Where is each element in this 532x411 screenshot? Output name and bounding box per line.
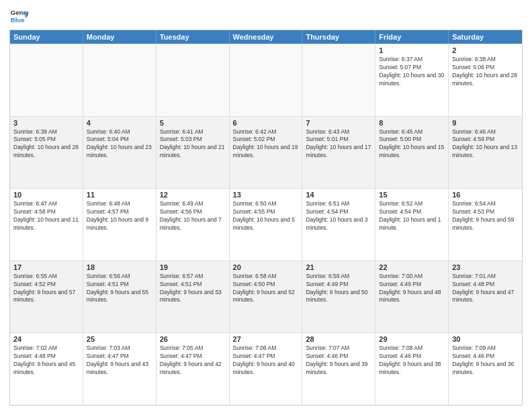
cal-cell — [10, 44, 83, 116]
header-day-sunday: Sunday — [10, 30, 83, 44]
cal-cell: 21Sunrise: 6:59 AM Sunset: 4:49 PM Dayli… — [302, 261, 375, 333]
cal-row-3: 17Sunrise: 6:55 AM Sunset: 4:52 PM Dayli… — [10, 261, 522, 333]
cell-info: Sunrise: 6:46 AM Sunset: 4:59 PM Dayligh… — [452, 128, 519, 161]
day-number: 27 — [233, 335, 299, 343]
header: General Blue — [9, 7, 523, 26]
day-number: 13 — [233, 191, 299, 199]
day-number: 1 — [379, 46, 445, 54]
cell-info: Sunrise: 6:41 AM Sunset: 5:03 PM Dayligh… — [160, 128, 226, 161]
day-number: 15 — [379, 191, 445, 199]
cal-cell: 26Sunrise: 7:05 AM Sunset: 4:47 PM Dayli… — [157, 333, 230, 405]
cell-info: Sunrise: 6:48 AM Sunset: 4:57 PM Dayligh… — [87, 200, 152, 232]
cell-info: Sunrise: 6:58 AM Sunset: 4:50 PM Dayligh… — [233, 273, 299, 305]
cell-info: Sunrise: 6:39 AM Sunset: 5:05 PM Dayligh… — [13, 128, 79, 161]
cal-row-1: 3Sunrise: 6:39 AM Sunset: 5:05 PM Daylig… — [10, 116, 522, 189]
cal-cell: 15Sunrise: 6:52 AM Sunset: 4:54 PM Dayli… — [375, 189, 449, 261]
day-number: 21 — [306, 263, 371, 271]
cal-cell: 16Sunrise: 6:54 AM Sunset: 4:53 PM Dayli… — [449, 189, 522, 261]
cell-info: Sunrise: 6:42 AM Sunset: 5:02 PM Dayligh… — [233, 128, 299, 161]
day-number: 26 — [160, 335, 226, 343]
cal-cell: 28Sunrise: 7:07 AM Sunset: 4:46 PM Dayli… — [302, 333, 375, 405]
day-number: 22 — [379, 263, 445, 271]
page: General Blue SundayMondayTuesdayWednesda… — [0, 0, 532, 411]
cal-cell: 19Sunrise: 6:57 AM Sunset: 4:51 PM Dayli… — [157, 261, 230, 333]
cal-cell: 30Sunrise: 7:09 AM Sunset: 4:46 PM Dayli… — [449, 333, 522, 405]
cal-cell: 5Sunrise: 6:41 AM Sunset: 5:03 PM Daylig… — [157, 117, 230, 189]
cell-info: Sunrise: 7:08 AM Sunset: 4:46 PM Dayligh… — [379, 345, 445, 377]
cal-cell: 13Sunrise: 6:50 AM Sunset: 4:55 PM Dayli… — [230, 189, 303, 261]
cal-cell: 10Sunrise: 6:47 AM Sunset: 4:58 PM Dayli… — [10, 189, 83, 261]
header-day-monday: Monday — [83, 30, 157, 44]
cal-cell: 11Sunrise: 6:48 AM Sunset: 4:57 PM Dayli… — [83, 189, 157, 261]
cell-info: Sunrise: 6:54 AM Sunset: 4:53 PM Dayligh… — [452, 200, 519, 232]
cell-info: Sunrise: 6:47 AM Sunset: 4:58 PM Dayligh… — [13, 200, 79, 232]
cell-info: Sunrise: 7:09 AM Sunset: 4:46 PM Dayligh… — [452, 345, 519, 377]
cal-row-2: 10Sunrise: 6:47 AM Sunset: 4:58 PM Dayli… — [10, 188, 522, 261]
cal-cell: 20Sunrise: 6:58 AM Sunset: 4:50 PM Dayli… — [230, 261, 303, 333]
day-number: 2 — [452, 46, 519, 54]
calendar: SundayMondayTuesdayWednesdayThursdayFrid… — [9, 30, 523, 406]
cal-cell: 2Sunrise: 6:38 AM Sunset: 5:06 PM Daylig… — [449, 44, 522, 116]
day-number: 7 — [306, 119, 371, 127]
cal-cell: 7Sunrise: 6:43 AM Sunset: 5:01 PM Daylig… — [302, 117, 375, 189]
cell-info: Sunrise: 6:51 AM Sunset: 4:54 PM Dayligh… — [306, 200, 371, 232]
cal-cell: 3Sunrise: 6:39 AM Sunset: 5:05 PM Daylig… — [10, 117, 83, 189]
day-number: 28 — [306, 335, 371, 343]
cal-cell — [157, 44, 230, 116]
cal-row-4: 24Sunrise: 7:02 AM Sunset: 4:48 PM Dayli… — [10, 332, 522, 405]
cal-cell: 1Sunrise: 6:37 AM Sunset: 5:07 PM Daylig… — [375, 44, 449, 116]
cell-info: Sunrise: 6:50 AM Sunset: 4:55 PM Dayligh… — [233, 200, 299, 232]
cal-cell: 27Sunrise: 7:06 AM Sunset: 4:47 PM Dayli… — [230, 333, 303, 405]
day-number: 17 — [13, 263, 79, 271]
day-number: 19 — [160, 263, 226, 271]
cal-cell: 23Sunrise: 7:01 AM Sunset: 4:48 PM Dayli… — [449, 261, 522, 333]
calendar-header: SundayMondayTuesdayWednesdayThursdayFrid… — [10, 30, 522, 44]
day-number: 29 — [379, 335, 445, 343]
cell-info: Sunrise: 7:03 AM Sunset: 4:47 PM Dayligh… — [87, 345, 152, 377]
day-number: 11 — [87, 191, 152, 199]
cal-cell: 29Sunrise: 7:08 AM Sunset: 4:46 PM Dayli… — [375, 333, 449, 405]
cal-cell: 14Sunrise: 6:51 AM Sunset: 4:54 PM Dayli… — [302, 189, 375, 261]
logo: General Blue — [9, 7, 28, 26]
cell-info: Sunrise: 6:56 AM Sunset: 4:51 PM Dayligh… — [87, 273, 152, 305]
day-number: 14 — [306, 191, 371, 199]
svg-text:Blue: Blue — [11, 16, 25, 24]
cell-info: Sunrise: 6:55 AM Sunset: 4:52 PM Dayligh… — [13, 273, 79, 305]
header-day-friday: Friday — [375, 30, 449, 44]
cal-cell: 17Sunrise: 6:55 AM Sunset: 4:52 PM Dayli… — [10, 261, 83, 333]
cell-info: Sunrise: 7:05 AM Sunset: 4:47 PM Dayligh… — [160, 345, 226, 377]
header-day-thursday: Thursday — [302, 30, 375, 44]
header-day-saturday: Saturday — [449, 30, 522, 44]
day-number: 3 — [13, 119, 79, 127]
day-number: 12 — [160, 191, 226, 199]
header-day-tuesday: Tuesday — [157, 30, 230, 44]
cal-row-0: 1Sunrise: 6:37 AM Sunset: 5:07 PM Daylig… — [10, 44, 522, 116]
cell-info: Sunrise: 7:07 AM Sunset: 4:46 PM Dayligh… — [306, 345, 371, 377]
day-number: 30 — [452, 335, 519, 343]
cal-cell: 9Sunrise: 6:46 AM Sunset: 4:59 PM Daylig… — [449, 117, 522, 189]
day-number: 4 — [87, 119, 152, 127]
cell-info: Sunrise: 6:49 AM Sunset: 4:56 PM Dayligh… — [160, 200, 226, 232]
cell-info: Sunrise: 6:37 AM Sunset: 5:07 PM Dayligh… — [379, 56, 445, 88]
day-number: 24 — [13, 335, 79, 343]
day-number: 10 — [13, 191, 79, 199]
day-number: 16 — [452, 191, 519, 199]
cell-info: Sunrise: 7:00 AM Sunset: 4:49 PM Dayligh… — [379, 273, 445, 305]
cell-info: Sunrise: 7:01 AM Sunset: 4:48 PM Dayligh… — [452, 273, 519, 305]
cal-cell: 22Sunrise: 7:00 AM Sunset: 4:49 PM Dayli… — [375, 261, 449, 333]
day-number: 6 — [233, 119, 299, 127]
cell-info: Sunrise: 6:43 AM Sunset: 5:01 PM Dayligh… — [306, 128, 371, 161]
cal-cell: 8Sunrise: 6:45 AM Sunset: 5:00 PM Daylig… — [375, 117, 449, 189]
cell-info: Sunrise: 6:52 AM Sunset: 4:54 PM Dayligh… — [379, 200, 445, 232]
cell-info: Sunrise: 6:57 AM Sunset: 4:51 PM Dayligh… — [160, 273, 226, 305]
cal-cell: 25Sunrise: 7:03 AM Sunset: 4:47 PM Dayli… — [83, 333, 157, 405]
day-number: 25 — [87, 335, 152, 343]
cell-info: Sunrise: 6:45 AM Sunset: 5:00 PM Dayligh… — [379, 128, 445, 161]
day-number: 18 — [87, 263, 152, 271]
cal-cell: 12Sunrise: 6:49 AM Sunset: 4:56 PM Dayli… — [157, 189, 230, 261]
cell-info: Sunrise: 7:06 AM Sunset: 4:47 PM Dayligh… — [233, 345, 299, 377]
cal-cell — [302, 44, 375, 116]
cell-info: Sunrise: 6:40 AM Sunset: 5:04 PM Dayligh… — [87, 128, 152, 161]
logo-icon: General Blue — [9, 7, 28, 26]
calendar-body: 1Sunrise: 6:37 AM Sunset: 5:07 PM Daylig… — [10, 44, 522, 405]
